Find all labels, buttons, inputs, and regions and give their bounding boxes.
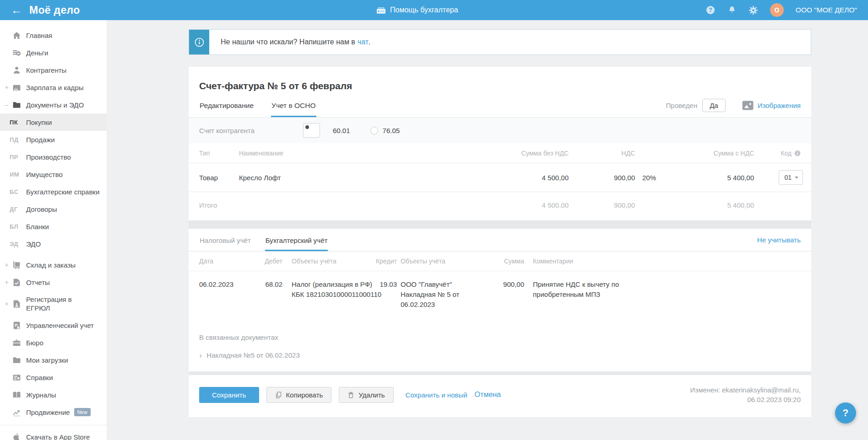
delete-label: Удалить [358, 391, 385, 399]
svg-text:Р: Р [17, 51, 20, 55]
sidebar-item-bureau[interactable]: Бюро [0, 334, 107, 351]
sidebar-item-label: Отчеты [26, 279, 50, 286]
sidebar-item-reports[interactable]: + Отчеты [0, 274, 107, 291]
subitem-label: ЭДО [26, 240, 41, 248]
main-content: Не нашли что искали? Напишите нам в чат.… [107, 20, 868, 440]
tab-tax-accounting[interactable]: Налоговый учёт [199, 229, 251, 251]
downloads-folder-icon [12, 356, 21, 365]
save-button[interactable]: Сохранить [199, 387, 259, 403]
subitem-code: ПК [10, 119, 22, 126]
cell-sum-w-vat: 5 400,00 [676, 163, 754, 192]
accountant-help-button[interactable]: Помощь бухгалтера [376, 0, 458, 20]
copy-button[interactable]: Копировать [266, 387, 332, 403]
collapse-icon[interactable]: – [4, 101, 10, 108]
images-icon[interactable] [742, 101, 754, 110]
radio-account-60-01[interactable]: 60.01 [303, 123, 350, 138]
subitem-code: ПД [10, 136, 22, 143]
section-divider [189, 220, 811, 229]
sidebar-subitem-sales[interactable]: ПД Продажи [0, 131, 107, 148]
cell-sum-wo-vat: 4 500,00 [422, 163, 569, 192]
sidebar-item-egrul-registration[interactable]: + Регистрация в ЕГРЮЛ [0, 291, 107, 317]
sidebar-item-my-downloads[interactable]: Мои загрузки [0, 351, 107, 369]
sidebar-item-money[interactable]: Р Деньги [0, 44, 107, 61]
certificate-card-icon [12, 373, 21, 382]
save-and-new-link[interactable]: Сохранить и новый [406, 391, 467, 399]
col-header-vat: НДС [569, 143, 635, 163]
code-select[interactable]: 01 [779, 170, 803, 185]
chevron-right-icon: › [199, 351, 202, 360]
sidebar-item-label: Справки [26, 374, 53, 381]
total-sum-w-vat: 5 400,00 [676, 192, 754, 218]
sidebar-subitem-edo[interactable]: ЭД ЭДО [0, 235, 107, 252]
sidebar-subitem-contracts[interactable]: ДГ Договоры [0, 200, 107, 218]
bell-icon[interactable] [727, 5, 737, 15]
total-label: Итого [189, 192, 239, 218]
svg-text:?: ? [709, 7, 712, 13]
sidebar-item-promotion[interactable]: Продвижение New [0, 403, 107, 421]
col-header-vat-rate [635, 143, 676, 163]
sidebar-item-management-accounting[interactable]: Р Управленческий учет [0, 317, 107, 334]
sidebar-item-certificates[interactable]: Справки [0, 369, 107, 386]
contractor-account-row: Счет контрагента 60.01 76.05 [189, 118, 811, 143]
expand-icon[interactable]: + [4, 279, 10, 286]
radio-unselected-icon [370, 127, 378, 134]
app-logo[interactable]: Моё дело [29, 4, 80, 16]
sidebar-subitem-accounting-certs[interactable]: БС Бухгалтерские справки [0, 183, 107, 200]
sidebar-item-warehouse[interactable]: + Склад и заказы [0, 256, 107, 274]
sidebar-item-label: Деньги [26, 49, 48, 57]
col-header-debit-objects: Объекты учёта [282, 252, 374, 271]
contractor-account-label: Счет контрагента [199, 127, 303, 134]
sidebar-item-main[interactable]: Главная [0, 27, 107, 44]
tab-editing[interactable]: Редактирование [199, 93, 254, 117]
posted-toggle[interactable]: Да [702, 99, 726, 112]
sidebar-item-salary[interactable]: + Зарплата и кадры [0, 79, 107, 96]
col-header-sum-w-vat: Сумма с НДС [676, 143, 754, 163]
sidebar-subitem-forms[interactable]: БЛ Бланки [0, 218, 107, 235]
sidebar-subitem-purchases[interactable]: ПК Покупки [0, 113, 107, 131]
expand-icon[interactable]: + [4, 261, 10, 268]
code-info-icon[interactable] [794, 150, 801, 156]
info-banner: Не нашли что искали? Напишите нам в чат. [189, 29, 811, 55]
sidebar-item-journals[interactable]: Журналы [0, 386, 107, 403]
sidebar-item-documents[interactable]: – Документы и ЭДО [0, 96, 107, 113]
apple-icon [12, 433, 21, 440]
actions-bar: Сохранить Копировать Удалить Сохранить и… [189, 375, 811, 417]
company-name[interactable]: ООО "МОЕ ДЕЛО" [796, 6, 857, 14]
support-help-button[interactable]: ? [835, 402, 856, 424]
subitem-code: ПР [10, 154, 22, 161]
sidebar-subitem-property[interactable]: ИМ Имущество [0, 166, 107, 183]
cell-name: Кресло Лофт [239, 163, 422, 192]
chat-link[interactable]: чат [358, 38, 369, 46]
sidebar-item-app-store[interactable]: Скачать в App Store [0, 428, 107, 440]
help-center-label: Помощь бухгалтера [390, 6, 458, 14]
images-link[interactable]: Изображения [758, 102, 801, 109]
expand-icon[interactable]: + [4, 300, 10, 307]
expand-icon[interactable]: + [4, 84, 10, 91]
cell-sum: 900,00 [461, 271, 524, 322]
topbar-right: ? O ООО "МОЕ ДЕЛО" [705, 3, 868, 17]
avatar[interactable]: O [770, 3, 784, 17]
tab-osno-accounting[interactable]: Учет в ОСНО [271, 93, 316, 117]
info-icon [189, 30, 209, 54]
gear-icon[interactable] [749, 5, 758, 15]
person-icon [12, 66, 21, 75]
sidebar-subitem-production[interactable]: ПР Производство [0, 148, 107, 166]
help-icon[interactable]: ? [705, 5, 716, 15]
copy-icon [275, 392, 282, 398]
ledger-tabs-row: Налоговый учёт Бухгалтерский учёт Не учи… [189, 229, 811, 252]
back-arrow-icon[interactable]: ← [11, 5, 22, 16]
tab-bookkeeping[interactable]: Бухгалтерский учёт [265, 229, 328, 251]
related-doc-link[interactable]: › Накладная №5 от 06.02.2023 [199, 351, 801, 360]
cell-code: 01 [754, 163, 811, 192]
sidebar-item-label: Главная [26, 32, 52, 39]
sidebar-item-contractors[interactable]: Контрагенты [0, 61, 107, 79]
debit-object-line: КБК 18210301000011000110 [292, 290, 374, 300]
sidebar-item-label: Журналы [26, 391, 56, 399]
cancel-link[interactable]: Отмена [475, 391, 501, 399]
subitem-code: ДГ [10, 206, 22, 213]
delete-button[interactable]: Удалить [339, 387, 393, 403]
subitem-code: ЭД [10, 241, 22, 247]
ledger-table-row: 06.02.2023 68.02 Налог (реализация в РФ)… [189, 271, 811, 322]
ignore-link[interactable]: Не учитывать [757, 236, 801, 244]
radio-account-76-05[interactable]: 76.05 [370, 127, 400, 134]
